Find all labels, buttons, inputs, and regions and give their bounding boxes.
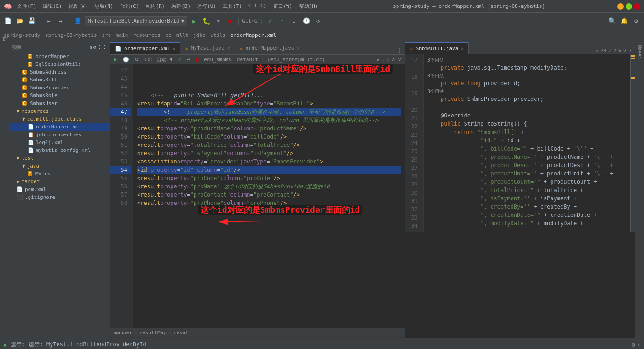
bc-result[interactable]: result (173, 330, 192, 336)
bc-mapper[interactable]: mapper (114, 330, 132, 336)
git-pull-button[interactable]: ↓ (289, 16, 299, 26)
menu-edit[interactable]: 编辑(E) (40, 2, 65, 11)
breadcrumb-jdbc[interactable]: jdbc (193, 32, 206, 38)
db-conn[interactable]: edu_smbms (204, 57, 231, 63)
new-file-button[interactable]: 📄 (3, 16, 13, 26)
open-button[interactable]: 📂 (15, 16, 25, 26)
breadcrumb-main[interactable]: main (116, 32, 128, 38)
tree-item-orderMapper[interactable]: C orderMapper (9, 52, 110, 60)
breadcrumb-spring-study[interactable]: spring-study (4, 32, 40, 38)
minimize-button[interactable] (617, 3, 624, 10)
close-tab-3[interactable]: ✕ (297, 46, 299, 51)
tree-item-mybatis-config[interactable]: 📄 mybatis-config.xml (9, 146, 110, 154)
breadcrumb-resources[interactable]: resources (133, 32, 161, 38)
menu-refactor[interactable]: 重构(R) (143, 2, 167, 11)
sidebar-icon-3[interactable]: ⋮⋮ (97, 44, 107, 50)
tab-ordermapper-java[interactable]: ☕ orderMapper.java ✕ (235, 42, 305, 54)
settings-button[interactable]: ⚙ (631, 16, 641, 26)
tree-item-ordermapper-xml[interactable]: 📄 orderMapper.xml (9, 123, 110, 131)
undo-btn[interactable]: ↩ (187, 57, 190, 63)
tree-item-smbmsprovider[interactable]: C SmbmsProvider (9, 84, 110, 92)
run-config-dropdown[interactable]: MyTest.findBillAndProviderById ▼ (85, 16, 187, 26)
menu-code[interactable]: 代码(C) (117, 2, 142, 11)
run-gear-icon[interactable]: ⚙ (632, 342, 635, 348)
tab-mytest-java[interactable]: ☕ MyTest.java ✕ (180, 42, 235, 54)
back-button[interactable]: ← (44, 16, 54, 26)
breadcrumb-utils[interactable]: utils (210, 32, 225, 38)
close-right-tab[interactable]: ✕ (461, 46, 464, 51)
forward-button[interactable]: → (56, 16, 66, 26)
close-tab-1[interactable]: ✕ (172, 46, 175, 51)
window-controls[interactable] (617, 3, 640, 10)
history-btn[interactable]: 🕐 (123, 57, 129, 63)
git-push-button[interactable]: ↑ (277, 16, 288, 26)
menu-view[interactable]: 视图(V) (66, 2, 91, 11)
run-config-button[interactable]: 👤 (73, 16, 83, 26)
menu-help[interactable]: 帮助(H) (296, 2, 321, 11)
stop-btn[interactable]: ■ (196, 57, 199, 63)
search-icon-right[interactable]: 🔍 (607, 16, 617, 26)
sidebar-header-icons[interactable]: ⇅ ⚙ ⋮⋮ (89, 44, 107, 50)
code-content[interactable]: <!-- public SmbmsBill getBill... <result… (133, 64, 405, 328)
tree-item-smbmsrole[interactable]: C SmbmsRole (9, 92, 110, 99)
tree-item-smbmsuser[interactable]: C SmbmsUser (9, 99, 110, 107)
menu-git[interactable]: Git(G) (246, 2, 270, 11)
menu-nav[interactable]: 导航(N) (92, 2, 116, 11)
menu-build[interactable]: 构建(B) (168, 2, 193, 11)
run-close-icon[interactable]: ✕ (637, 342, 640, 348)
save-button[interactable]: 💾 (27, 16, 37, 26)
breadcrumb-src[interactable]: src (102, 32, 111, 38)
tree-item-smbmsbill[interactable]: C SmbmsBill (9, 76, 110, 84)
menu-run[interactable]: 运行(U) (194, 2, 219, 11)
tree-item-sqlsessionutils[interactable]: C SqlSessionUtils (9, 60, 110, 68)
db-default[interactable]: default 1 [edu_smbms@mllt.cc] (237, 57, 325, 63)
tree-item-test[interactable]: ▼ test (9, 154, 110, 162)
breadcrumb-file[interactable]: orderMapper.xml (230, 32, 276, 38)
breadcrumb-mllt[interactable]: mllt (176, 32, 189, 38)
git-history-button[interactable]: 🕐 (301, 16, 311, 26)
maven-label[interactable]: Maven (637, 45, 642, 59)
close-button[interactable] (634, 3, 640, 10)
bc-resultmap[interactable]: resultMap (139, 330, 167, 336)
tree-item-pom[interactable]: 📄 pom.xml (9, 186, 110, 193)
tree-item-java[interactable]: ▼ java (9, 162, 110, 170)
tree-item-resources[interactable]: ▼ resources (9, 107, 110, 115)
coverage-button[interactable]: ☂ (213, 16, 223, 26)
close-tab-2[interactable]: ✕ (227, 46, 230, 51)
check-btn[interactable]: ✓ (178, 57, 181, 63)
menu-tools[interactable]: 工具(T) (220, 2, 245, 11)
tab-more-button[interactable]: ⋮ (397, 47, 402, 54)
tree-item-target[interactable]: ▶ target (9, 178, 110, 186)
right-tab-smbmsbill[interactable]: ☕ SmbmsBill.java ✕ (405, 42, 469, 54)
notifications-button[interactable]: 🔔 (619, 16, 629, 26)
tree-item-smbmsaddress[interactable]: C SmbmsAddress (9, 68, 110, 76)
menu-file[interactable]: 文件(F) (14, 2, 39, 11)
tree-item-log4j[interactable]: 📄 log4j.xml (9, 139, 110, 146)
menu-bar[interactable]: 文件(F) 编辑(E) 视图(V) 导航(N) 代码(C) 重构(R) 构建(B… (14, 2, 321, 11)
tx-mode[interactable]: Tx: 自动 ▼ (144, 56, 173, 63)
run-button[interactable]: ▶ (189, 16, 199, 26)
format-btn[interactable]: ⟳ (135, 57, 139, 63)
git-revert-button[interactable]: ↺ (313, 16, 323, 26)
debug-button[interactable]: 🐛 (201, 16, 211, 26)
breadcrumb-module[interactable]: spring-08-mybatis (45, 32, 97, 38)
expand-btn[interactable]: ∧ (618, 48, 621, 54)
git-check-button[interactable]: ✓ (265, 16, 276, 26)
tree-item-jdbc-props[interactable]: 📋 jdbc.properties (9, 131, 110, 139)
more-btn[interactable]: ⋮ (628, 48, 633, 54)
right-code-content[interactable]: 3个用法 private java.sql.Timestamp modifyDa… (424, 54, 630, 232)
breadcrumb-cc[interactable]: cc (165, 32, 171, 38)
tree-item-utils-folder[interactable]: ▼ cc.mllt.jdbc.utils (9, 115, 110, 123)
tree-item-mytest[interactable]: C MyTest (9, 170, 110, 178)
run-indicator[interactable]: ▶ (114, 57, 117, 63)
code-editor[interactable]: 42 43 44 45 46 47 48 49 50 51 52 53 54 5… (110, 64, 405, 328)
collapse-btn[interactable]: ∨ (623, 48, 626, 54)
tree-item-gitignore[interactable]: ⬛ .gitignore (9, 193, 110, 201)
sidebar-icon-2[interactable]: ⚙ (93, 44, 96, 50)
tab-ordermapper-xml[interactable]: 📄 orderMapper.xml ✕ (110, 42, 180, 54)
menu-window[interactable]: 窗口(W) (270, 2, 295, 11)
run-header-actions[interactable]: ⚙ ✕ (632, 342, 640, 348)
maximize-button[interactable] (626, 3, 632, 10)
sidebar-icon-1[interactable]: ⇅ (89, 44, 92, 50)
stop-button[interactable]: ■ (225, 16, 235, 26)
